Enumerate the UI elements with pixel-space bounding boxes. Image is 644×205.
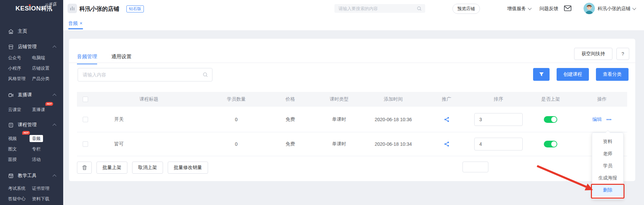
sidebar-item-article[interactable]: 图文 bbox=[8, 146, 32, 152]
sort-input[interactable] bbox=[474, 113, 523, 126]
listed-toggle-on[interactable] bbox=[544, 116, 557, 123]
batch-unlist-button[interactable]: 取消上架 bbox=[132, 162, 163, 174]
header-search bbox=[334, 4, 425, 13]
chevron-up-icon bbox=[52, 45, 56, 49]
course-icon bbox=[8, 122, 14, 128]
filter-button[interactable] bbox=[533, 68, 550, 81]
sidebar-item-pc[interactable]: 电脑端 bbox=[32, 55, 59, 61]
col-price: 价格 bbox=[268, 96, 312, 102]
sidebar-item-certificate[interactable]: 证书管理 bbox=[32, 185, 59, 192]
sidebar-item-column[interactable]: 专栏 bbox=[32, 146, 59, 152]
help-button[interactable]: ? bbox=[616, 48, 629, 60]
sidebar-item-cloud-class[interactable]: 云课堂 bbox=[8, 107, 32, 113]
get-space-support-button[interactable]: 获空间扶持 bbox=[574, 48, 612, 60]
share-icon[interactable] bbox=[444, 141, 449, 147]
sidebar-item-qa[interactable]: 答疑中心 bbox=[8, 196, 32, 202]
sidebar-section-live[interactable]: 直播课 bbox=[8, 92, 32, 98]
section-label: 直播课 bbox=[18, 92, 32, 98]
main-panel: 音频管理 通用设置 获空间扶持 ? 创建课程 查看分类 课程标题 学员数量 价格… bbox=[69, 39, 635, 181]
section-label: 店铺管理 bbox=[18, 44, 37, 50]
kesion-logo[interactable]: KESION科汛 云开店 bbox=[15, 5, 52, 12]
batch-actions-bar: 批量上架 取消上架 批量修改销量 bbox=[77, 162, 208, 174]
row-checkbox[interactable] bbox=[83, 141, 88, 147]
students-count: 0 bbox=[204, 141, 268, 147]
sidebar-item-activity[interactable]: 活动 bbox=[32, 157, 59, 163]
shop-icon bbox=[8, 44, 14, 50]
batch-delete-button[interactable] bbox=[77, 162, 92, 174]
sidebar-item-audio-active[interactable]: 音频 bbox=[32, 136, 59, 142]
sidebar-item-store-settings[interactable]: 店铺设置 bbox=[32, 65, 59, 71]
search-icon[interactable] bbox=[417, 6, 422, 11]
header-search-input[interactable] bbox=[334, 6, 417, 11]
sidebar-item-live-course[interactable]: 直播课HOT bbox=[32, 107, 59, 113]
more-actions-icon[interactable]: ••• bbox=[606, 117, 612, 122]
sidebar-item-home[interactable]: 主页 bbox=[8, 28, 27, 34]
value-added-services-menu[interactable]: 增值服务 bbox=[507, 6, 531, 12]
menu-item-teacher[interactable]: 老师 bbox=[592, 148, 623, 160]
menu-item-students[interactable]: 学员 bbox=[592, 160, 623, 172]
sidebar-item-offline[interactable]: 面授 bbox=[8, 157, 32, 163]
col-actions: 操作 bbox=[577, 96, 627, 102]
tab-general-settings[interactable]: 通用设置 bbox=[111, 54, 131, 64]
brand-text: KESION bbox=[15, 5, 41, 12]
account-name: 科汛小张的店铺 bbox=[598, 6, 631, 11]
tab-audio[interactable]: 音频 bbox=[68, 21, 78, 27]
search-icon[interactable] bbox=[203, 72, 208, 77]
mail-icon[interactable] bbox=[564, 5, 571, 12]
create-course-button[interactable]: 创建课程 bbox=[557, 68, 589, 81]
row-checkbox[interactable] bbox=[83, 117, 88, 122]
tools-icon bbox=[8, 173, 14, 179]
table-row: 开关 0 免费 单课时 2020-06-18 10:36 编辑 ••• bbox=[77, 107, 627, 132]
sidebar-item-download[interactable]: 资料下载 bbox=[32, 196, 59, 202]
tools-links: 考试系统 证书管理 答疑中心 资料下载 bbox=[8, 185, 59, 202]
close-tab-icon[interactable]: × bbox=[80, 21, 82, 26]
account-menu[interactable]: 科汛小张的店铺 bbox=[598, 6, 636, 12]
sidebar-item-miniprogram[interactable]: 小程序 bbox=[8, 65, 32, 71]
section-label: 课程管理 bbox=[18, 122, 37, 128]
course-title: 皆可 bbox=[93, 141, 204, 147]
preview-store-button[interactable]: 预览店铺 bbox=[452, 4, 480, 14]
chevron-up-icon bbox=[52, 174, 56, 178]
sidebar: KESION科汛 云开店 主页 店铺管理 公众号 电脑端 小程序 店铺设置 风格… bbox=[0, 0, 63, 205]
table-header-row: 课程标题 学员数量 价格 课时类型 添加时间 推广 排序 是否上架 操作 bbox=[77, 92, 627, 107]
tabs-divider bbox=[69, 63, 635, 63]
menu-item-generate-poster[interactable]: 生成海报 bbox=[592, 172, 623, 184]
link-label: 直播课 bbox=[32, 107, 45, 112]
feedback-link[interactable]: 问题反馈 bbox=[539, 6, 558, 12]
added-time: 2020-06-18 10:34 bbox=[366, 141, 420, 147]
menu-item-delete[interactable]: 删除 bbox=[592, 184, 623, 196]
added-time: 2020-06-18 10:36 bbox=[366, 117, 420, 122]
sidebar-item-video[interactable]: 视频HOT bbox=[8, 136, 32, 142]
share-icon[interactable] bbox=[444, 117, 449, 122]
sidebar-item-style[interactable]: 风格管理 bbox=[8, 76, 32, 82]
sort-input[interactable] bbox=[474, 138, 523, 150]
select-all-checkbox[interactable] bbox=[83, 97, 88, 102]
price: 免费 bbox=[268, 141, 312, 147]
row-actions-dropdown: 资料 老师 学员 生成海报 删除 bbox=[592, 133, 623, 199]
sidebar-section-tools[interactable]: 教学工具 bbox=[8, 173, 37, 179]
bar-chart-icon bbox=[70, 6, 75, 11]
table-search-input[interactable] bbox=[78, 72, 203, 77]
sidebar-item-exam[interactable]: 考试系统 bbox=[8, 185, 32, 192]
avatar[interactable] bbox=[583, 3, 595, 14]
listed-toggle-on[interactable] bbox=[544, 141, 557, 147]
batch-list-button[interactable]: 批量上架 bbox=[96, 162, 127, 174]
section-label: 教学工具 bbox=[18, 173, 37, 179]
menu-item-materials[interactable]: 资料 bbox=[592, 136, 623, 148]
sidebar-section-course[interactable]: 课程管理 bbox=[8, 122, 37, 128]
edit-link[interactable]: 编辑 bbox=[592, 116, 602, 123]
sidebar-section-store[interactable]: 店铺管理 bbox=[8, 44, 37, 50]
lesson-type: 单课时 bbox=[312, 141, 366, 147]
partial-hidden-control[interactable] bbox=[462, 162, 488, 172]
live-links: 云课堂 直播课HOT bbox=[8, 107, 59, 113]
sidebar-item-product-category[interactable]: 产品分类 bbox=[32, 76, 59, 82]
sidebar-item-official-account[interactable]: 公众号 bbox=[8, 55, 32, 61]
batch-edit-sales-button[interactable]: 批量修改销量 bbox=[168, 162, 208, 174]
store-links: 公众号 电脑端 小程序 店铺设置 风格管理 产品分类 bbox=[8, 55, 59, 82]
view-categories-button[interactable]: 查看分类 bbox=[596, 68, 629, 81]
table-row: 皆可 0 免费 单课时 2020-06-18 10:34 编辑 ••• bbox=[77, 132, 627, 156]
course-links: 视频HOT 音频 图文 专栏 面授 活动 bbox=[8, 136, 59, 163]
price: 免费 bbox=[268, 116, 312, 123]
course-title: 开关 bbox=[93, 116, 204, 123]
col-sort: 排序 bbox=[473, 96, 524, 102]
